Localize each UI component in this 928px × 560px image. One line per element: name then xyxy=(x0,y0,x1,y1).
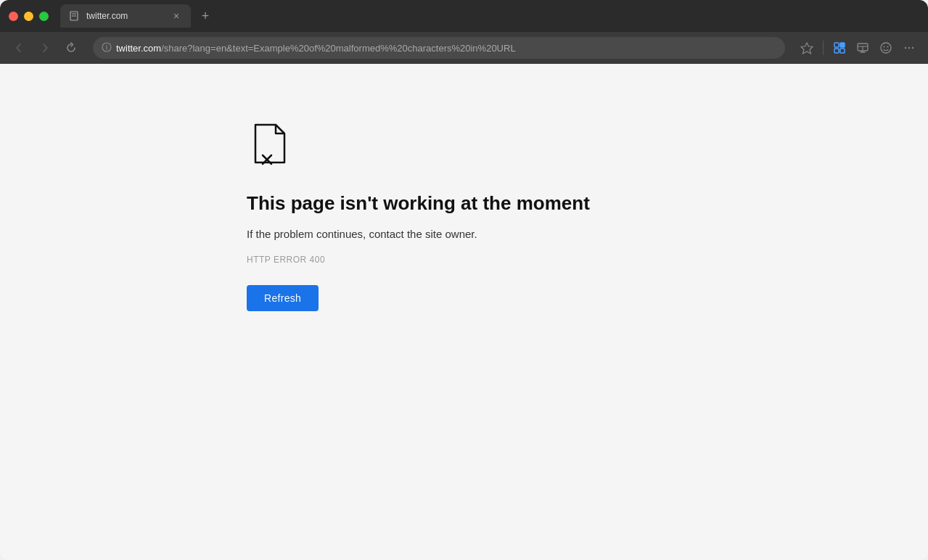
address-info-icon xyxy=(102,42,112,54)
svg-point-5 xyxy=(106,44,107,45)
address-domain: twitter.com xyxy=(116,43,161,54)
minimize-button[interactable] xyxy=(24,12,33,21)
emoji-button[interactable] xyxy=(876,38,896,58)
error-description: If the problem continues, contact the si… xyxy=(247,228,477,240)
error-code: HTTP ERROR 400 xyxy=(247,255,325,265)
title-bar: twitter.com × + xyxy=(0,0,928,32)
address-path: /share?lang=en&text=Example%20of%20malfo… xyxy=(161,43,516,54)
close-button[interactable] xyxy=(9,12,18,21)
back-button[interactable] xyxy=(9,38,29,58)
new-tab-button[interactable]: + xyxy=(195,6,215,26)
nav-bar: twitter.com/share?lang=en&text=Example%2… xyxy=(0,32,928,64)
tab-close-button[interactable]: × xyxy=(171,10,182,22)
tab-area: twitter.com × + xyxy=(60,4,919,28)
nav-separator xyxy=(823,41,824,55)
svg-point-18 xyxy=(887,46,889,48)
svg-marker-6 xyxy=(801,43,813,54)
svg-rect-7 xyxy=(834,43,839,47)
reload-button[interactable] xyxy=(61,38,81,58)
address-text: twitter.com/share?lang=en&text=Example%2… xyxy=(116,43,776,54)
tab-favicon-icon xyxy=(69,10,81,22)
svg-point-21 xyxy=(912,47,913,49)
traffic-lights xyxy=(9,12,49,21)
page-content: This page isn't working at the moment If… xyxy=(0,64,928,560)
forward-button[interactable] xyxy=(35,38,55,58)
refresh-button[interactable]: Refresh xyxy=(247,285,319,311)
more-options-button[interactable] xyxy=(899,38,919,58)
collections-button[interactable] xyxy=(829,38,850,58)
browser-view-button[interactable] xyxy=(853,38,873,58)
address-bar[interactable]: twitter.com/share?lang=en&text=Example%2… xyxy=(93,37,785,59)
active-tab[interactable]: twitter.com × xyxy=(60,4,191,28)
error-title: This page isn't working at the moment xyxy=(247,192,590,216)
nav-right-icons xyxy=(797,38,919,58)
svg-point-20 xyxy=(908,47,910,49)
svg-point-19 xyxy=(905,47,906,49)
svg-rect-8 xyxy=(840,43,845,47)
bookmark-button[interactable] xyxy=(797,38,817,58)
svg-rect-9 xyxy=(834,49,839,53)
svg-rect-10 xyxy=(840,49,845,53)
browser-window: twitter.com × + xyxy=(0,0,928,560)
maximize-button[interactable] xyxy=(39,12,49,21)
svg-point-17 xyxy=(884,46,885,48)
error-icon xyxy=(247,122,293,171)
tab-title: twitter.com xyxy=(86,11,165,21)
svg-point-16 xyxy=(881,43,891,53)
